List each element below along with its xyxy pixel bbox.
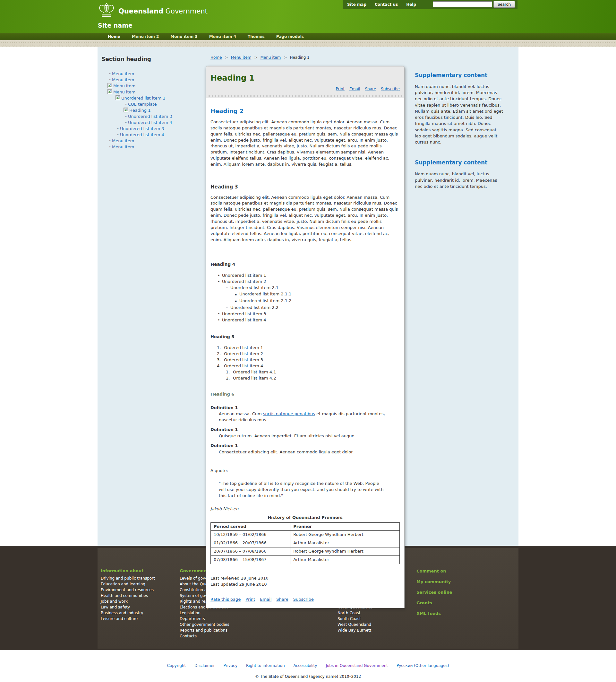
footer-link-law-and-safety[interactable]: Law and safety bbox=[101, 604, 180, 610]
action-link-rate-this-page[interactable]: Rate this page bbox=[211, 597, 241, 603]
sidebar-link-menu-item[interactable]: Menu item bbox=[112, 71, 134, 77]
action-link-print[interactable]: Print bbox=[245, 597, 255, 603]
list-item-label: Unordered list item 2.2 bbox=[230, 304, 279, 311]
premiers-table: History of Queensland Premiers Period se… bbox=[211, 515, 400, 564]
action-link-subscribe[interactable]: Subscribe bbox=[381, 87, 400, 91]
sidebar-link-menu-item[interactable]: Menu item bbox=[113, 89, 135, 95]
paragraph: Consectetuer adipiscing elit. Aenean com… bbox=[211, 195, 400, 243]
footer-link-environment-and-resources[interactable]: Environment and resources bbox=[101, 587, 180, 593]
footer-link-west-queensland[interactable]: West Queensland bbox=[337, 622, 417, 628]
nav-item-menu-item-2[interactable]: Menu item 2 bbox=[126, 33, 165, 40]
footer-link-xml-feeds[interactable]: XML feeds bbox=[417, 611, 515, 616]
legal-link-privacy[interactable]: Privacy bbox=[223, 663, 237, 668]
list-item-label: Unordered list item 2.1 bbox=[230, 285, 279, 291]
legal-links: CopyrightDisclaimerPrivacyRight to infor… bbox=[0, 663, 616, 668]
legal-link-right-to-information[interactable]: Right to information bbox=[246, 663, 285, 668]
legal-link-other-languages[interactable]: Русский (Other languages) bbox=[397, 663, 449, 668]
bullet-icon: • bbox=[217, 278, 222, 285]
footer-link-business-and-industry[interactable]: Business and industry bbox=[101, 610, 180, 616]
definition-term: Definition 1 bbox=[211, 405, 400, 411]
sidebar-link-unordered-list-item-3[interactable]: Unordered list item 3 bbox=[120, 126, 164, 132]
footer-link-south-coast[interactable]: South Coast bbox=[337, 616, 417, 622]
dotted-separator bbox=[208, 94, 402, 98]
table-row: 07/08/1866 – 15/08/1867Arthur Macalister bbox=[211, 555, 400, 564]
agency-name-regular: Government bbox=[163, 7, 208, 15]
list-item-label: Ordered list item 1 bbox=[224, 344, 263, 350]
footer-link-education-and-learning[interactable]: Education and learning bbox=[101, 581, 180, 587]
utility-link-help[interactable]: Help bbox=[406, 2, 416, 7]
footer-link-contacts[interactable]: Contacts bbox=[180, 633, 259, 639]
sidebar-link-menu-item[interactable]: Menu item bbox=[112, 138, 134, 144]
utility-link-contact-us[interactable]: Contact us bbox=[375, 2, 398, 7]
list-item: 3.Ordered list item 3 bbox=[211, 357, 400, 363]
footer-link-services-online[interactable]: Services online bbox=[417, 590, 515, 595]
utility-link-site-map[interactable]: Site map bbox=[347, 2, 366, 7]
action-link-share[interactable]: Share bbox=[276, 597, 288, 603]
footer-link-departments[interactable]: Departments bbox=[180, 616, 259, 622]
legal-link-jobs-in-queensland-government[interactable]: Jobs in Queensland Government bbox=[326, 663, 388, 668]
legal-link-accessibility[interactable]: Accessibility bbox=[293, 663, 317, 668]
search-button[interactable]: Search bbox=[493, 1, 515, 8]
sidebar-link-menu-item[interactable]: Menu item bbox=[112, 77, 134, 83]
sidebar-link-unordered-list-item-3[interactable]: Unordered list item 3 bbox=[128, 113, 172, 119]
footer-link-driving-and-public-transport[interactable]: Driving and public transport bbox=[101, 575, 180, 581]
footer-link-jobs-and-work[interactable]: Jobs and work bbox=[101, 598, 180, 604]
breadcrumb-link-menu-item[interactable]: Menu item bbox=[231, 55, 252, 60]
qld-coat-of-arms-icon bbox=[97, 2, 116, 20]
breadcrumb-link-home[interactable]: Home bbox=[211, 55, 222, 60]
footer-link-grants[interactable]: Grants bbox=[417, 600, 515, 606]
footer-link-leisure-and-culture[interactable]: Leisure and culture bbox=[101, 616, 180, 622]
legal-link-disclaimer[interactable]: Disclaimer bbox=[194, 663, 215, 668]
nav-item-page-models[interactable]: Page models bbox=[270, 33, 310, 40]
nav-item-menu-item-4[interactable]: Menu item 4 bbox=[204, 33, 242, 40]
action-link-email[interactable]: Email bbox=[260, 597, 271, 603]
footer-link-north-coast[interactable]: North Coast bbox=[337, 610, 417, 616]
section-heading: Section heading bbox=[101, 56, 206, 62]
bullet-icon: • bbox=[217, 272, 222, 278]
sidebar-link-cue-template[interactable]: CUE template bbox=[128, 101, 157, 107]
broken-image-icon bbox=[123, 108, 129, 113]
definition-term: Definition 1 bbox=[211, 427, 400, 433]
search-input[interactable] bbox=[433, 1, 492, 7]
breadcrumb-separator: > bbox=[254, 55, 257, 60]
sidebar-link-unordered-list-item-4[interactable]: Unordered list item 4 bbox=[128, 119, 172, 126]
sidebar-link-heading-1[interactable]: Heading 1 bbox=[129, 107, 151, 113]
period-cell: 20/07/1866 – 07/08/1866 bbox=[211, 547, 290, 556]
list-item-label: Ordered list item 4.1 bbox=[233, 369, 276, 375]
action-link-share[interactable]: Share bbox=[365, 87, 376, 91]
footer-link-health-and-communities[interactable]: Health and communities bbox=[101, 593, 180, 598]
footer-link-my-community[interactable]: My community bbox=[417, 579, 515, 585]
agency-logo-text: Queensland Government bbox=[118, 7, 208, 15]
main-area: Section heading •Menu item•Menu itemMenu… bbox=[97, 47, 519, 546]
sidebar-link-unordered-list-item-4[interactable]: Unordered list item 4 bbox=[120, 132, 164, 138]
action-link-print[interactable]: Print bbox=[336, 87, 345, 91]
footer-link-wide-bay-burnett[interactable]: Wide Bay Burnett bbox=[337, 628, 417, 633]
period-cell: 07/08/1866 – 15/08/1867 bbox=[211, 555, 290, 564]
legal-link-copyright[interactable]: Copyright bbox=[167, 663, 186, 668]
nav-item-themes[interactable]: Themes bbox=[242, 33, 270, 40]
list-number: 2. bbox=[226, 375, 233, 381]
nav-items: HomeMenu item 2Menu item 3Menu item 4The… bbox=[97, 33, 519, 40]
quote-intro: A quote: bbox=[211, 468, 400, 474]
bottom-action-links: Rate this pagePrintEmailShareSubscribe bbox=[211, 588, 400, 603]
unordered-list: •Unordered list item 1•Unordered list it… bbox=[211, 272, 400, 323]
definition-description: Quisque rutrum. Aenean imperdiet. Etiam … bbox=[219, 433, 400, 439]
footer-link-other-government-bodies[interactable]: Other government bodies bbox=[180, 622, 259, 628]
action-link-email[interactable]: Email bbox=[349, 87, 360, 91]
inline-link-sociis-natoque-penatibus[interactable]: sociis natoque penatibus bbox=[263, 411, 315, 416]
sidebar-link-menu-item[interactable]: Menu item bbox=[113, 83, 135, 89]
sidebar-link-unordered-list-item-1[interactable]: Unordered list item 1 bbox=[121, 95, 166, 101]
nav-item-home[interactable]: Home bbox=[102, 33, 126, 40]
footer-link-legislation[interactable]: Legislation bbox=[180, 610, 259, 616]
nav-item-menu-item-3[interactable]: Menu item 3 bbox=[165, 33, 203, 40]
broken-image-icon bbox=[108, 83, 113, 88]
action-link-subscribe[interactable]: Subscribe bbox=[293, 597, 314, 603]
definition-term: Definition 1 bbox=[211, 443, 400, 449]
breadcrumb-link-menu-item[interactable]: Menu item bbox=[260, 55, 281, 60]
blockquote: "The top guideline of all is to simply r… bbox=[219, 481, 386, 499]
footer-link-comment-on[interactable]: Comment on bbox=[417, 568, 515, 574]
sidebar-link-menu-item[interactable]: Menu item bbox=[112, 144, 134, 150]
bullet-icon: • bbox=[108, 144, 112, 150]
sidebar-menu-item: •Menu item bbox=[101, 71, 206, 77]
footer-link-reports-and-publications[interactable]: Reports and publications bbox=[180, 628, 259, 633]
